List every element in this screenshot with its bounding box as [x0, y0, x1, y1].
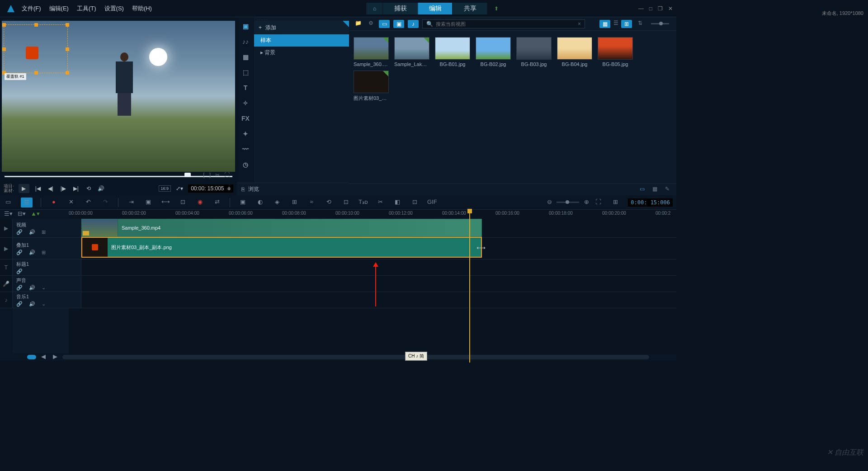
lib-option2-icon[interactable]: ▦	[650, 186, 659, 194]
zoom-slider[interactable]	[557, 202, 579, 203]
aspect-ratio[interactable]: 16:9	[159, 185, 171, 192]
search-input[interactable]	[436, 21, 575, 27]
expand-icon[interactable]: ⌄	[42, 285, 46, 291]
expand-icon[interactable]: ⛶	[224, 172, 230, 178]
tl-chroma-icon[interactable]: ◈	[273, 198, 282, 207]
fx-tool-icon[interactable]: FX	[241, 115, 250, 122]
tl-ripple-icon[interactable]: ⊡	[178, 198, 187, 207]
menu-tools[interactable]: 工具(T)	[77, 5, 96, 13]
selection-box[interactable]	[4, 24, 68, 73]
video-clip[interactable]: Sample_360.mp4	[81, 219, 482, 237]
resize-handle[interactable]	[66, 23, 69, 27]
timeline-indicator[interactable]	[27, 355, 36, 359]
filter-video-icon[interactable]: ▭	[379, 20, 390, 28]
library-item[interactable]: Sample_Lake....	[393, 37, 430, 67]
text-tool-icon[interactable]: T	[241, 84, 250, 91]
capture-icon[interactable]: ⚙	[366, 20, 375, 28]
view-list-icon[interactable]: ☰	[611, 20, 620, 28]
search-box[interactable]: 🔍 ×	[422, 19, 585, 28]
import-folder-icon[interactable]: 📁	[354, 20, 363, 28]
tl-undo-icon[interactable]: ↶	[84, 198, 93, 207]
mark-in-icon[interactable]: [	[203, 172, 204, 178]
resize-handle[interactable]	[2, 47, 6, 51]
overlay-tool-icon[interactable]: ✧	[241, 99, 250, 107]
filter-audio-icon[interactable]: ♪	[408, 20, 419, 28]
lib-option1-icon[interactable]: ▭	[637, 186, 646, 194]
track-header-music[interactable]: 音乐1 🔗🔊⌄	[13, 292, 81, 308]
menu-edit[interactable]: 编辑(E)	[49, 5, 69, 13]
tl-freeze-icon[interactable]: ⊡	[341, 198, 350, 207]
tl-multicam-icon[interactable]: ⊞	[290, 198, 299, 207]
tl-storyboard-icon[interactable]: ▭	[4, 198, 13, 207]
mute-icon[interactable]: 🔊	[29, 285, 35, 291]
tl-zoom-icon[interactable]: ⊡	[410, 198, 419, 207]
timeline-timecode[interactable]: 0:00: 15:006	[628, 198, 673, 207]
link-icon[interactable]: 🔗	[16, 285, 23, 291]
track-add-icon[interactable]: ▲▾	[31, 210, 40, 218]
tl-reverse-icon[interactable]: ⟲	[324, 198, 333, 207]
motion-tool-icon[interactable]: 〰	[241, 146, 250, 153]
resize-handle[interactable]	[34, 71, 38, 75]
tab-capture[interactable]: 捕获	[383, 3, 418, 14]
timeline-scrollbar[interactable]	[62, 355, 649, 359]
tl-split-icon[interactable]: ⟷	[161, 198, 170, 207]
sort-icon[interactable]: ⇅	[636, 20, 645, 28]
loop-button[interactable]: ⟲	[85, 184, 93, 193]
track-menu-icon[interactable]: ☰▾	[4, 210, 13, 218]
library-item[interactable]: 图片素材03_副...	[353, 71, 390, 102]
mute-icon[interactable]: 🔊	[29, 229, 35, 235]
tl-tools-icon[interactable]: ✕	[66, 198, 75, 207]
transition-tool-icon[interactable]: ▦	[241, 53, 250, 61]
resize-handle[interactable]	[2, 23, 6, 27]
zoom-fit-icon[interactable]: ⛶	[594, 198, 603, 207]
color-tool-icon[interactable]: ✦	[241, 130, 250, 137]
split-icon[interactable]: ✂	[215, 172, 220, 178]
tl-mask-icon[interactable]: ◐	[255, 198, 264, 207]
menu-file[interactable]: 文件(F)	[22, 5, 41, 13]
zoom-in-icon[interactable]: ⊕	[582, 198, 591, 207]
tl-slip-icon[interactable]: ⇄	[212, 198, 222, 207]
play-button[interactable]: ▶	[19, 184, 29, 193]
tl-pan-icon[interactable]: ◧	[393, 198, 402, 207]
browse-bar[interactable]: ⎘浏览	[237, 183, 349, 195]
playback-slider[interactable]	[5, 176, 232, 177]
resize-handle[interactable]	[66, 71, 69, 75]
clip-drag-handle[interactable]: ⟷	[476, 244, 486, 251]
playback-thumb[interactable]	[184, 173, 191, 177]
tl-marker-icon[interactable]: ◉	[195, 198, 204, 207]
next-frame-button[interactable]: |▶	[59, 184, 67, 193]
mark-out-icon[interactable]: ]	[209, 172, 211, 178]
minimize-icon[interactable]: —	[638, 5, 644, 12]
panel-grip[interactable]: ::::::::	[254, 17, 349, 21]
library-item[interactable]: BG-B01.jpg	[434, 37, 471, 67]
track-type-voice-icon[interactable]: 🎤	[0, 276, 13, 292]
view-grid-icon[interactable]: ⊞	[621, 20, 632, 28]
restore-icon[interactable]: ❐	[658, 5, 663, 12]
mute-icon[interactable]: 🔊	[29, 250, 35, 255]
tl-subtitle-icon[interactable]: ✂	[376, 198, 385, 207]
audio-tool-icon[interactable]: ♪♪	[241, 38, 250, 45]
add-button[interactable]: +添加	[254, 21, 349, 34]
resize-handle[interactable]	[34, 23, 38, 27]
tab-edit[interactable]: 编辑	[418, 3, 453, 14]
track-header-title[interactable]: 标题1 🔗	[13, 259, 81, 275]
scroll-right-icon[interactable]: ▶	[51, 353, 60, 361]
tl-gif-icon[interactable]: GIF	[427, 198, 436, 207]
clear-search-icon[interactable]: ×	[578, 21, 581, 27]
track-header-overlay[interactable]: 叠加1 🔗🔊⊞	[13, 238, 81, 259]
link-icon[interactable]: 🔗	[16, 250, 23, 255]
tl-record-icon[interactable]: ●	[49, 198, 58, 207]
go-start-button[interactable]: |◀	[34, 184, 42, 193]
preview-viewport[interactable]: 覆盖轨 #1	[2, 21, 235, 172]
track-type-title-icon[interactable]: T	[0, 259, 13, 275]
scroll-left-icon[interactable]: ◀	[39, 353, 48, 361]
tl-speed-icon[interactable]: ≈	[307, 198, 316, 207]
library-item[interactable]: BG-B05.jpg	[597, 37, 634, 67]
maximize-icon[interactable]: □	[649, 5, 652, 12]
overlay-image[interactable]	[26, 47, 38, 59]
time-ruler[interactable]: 00:00:00:0000:00:02:0000:00:04:0000:00:0…	[69, 210, 676, 219]
thumb-size-slider[interactable]	[651, 23, 669, 24]
track-type-overlay-icon[interactable]: ▶	[0, 238, 13, 259]
lib-edit-icon[interactable]: ✎	[663, 186, 672, 194]
track-header-video[interactable]: 视频 🔗🔊⊞	[13, 219, 81, 237]
